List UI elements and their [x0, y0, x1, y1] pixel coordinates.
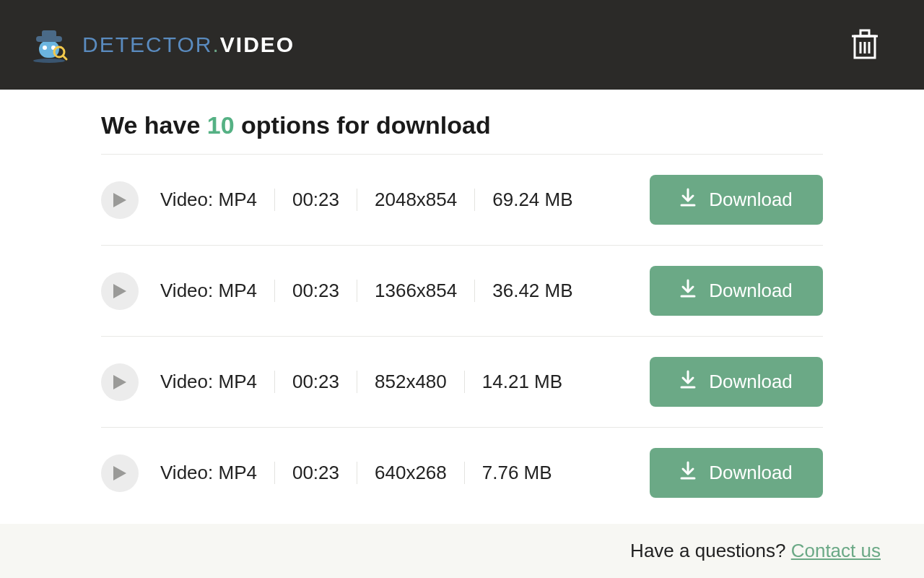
download-option-row: Video: MP400:23640x2687.76 MBDownload — [101, 427, 823, 518]
trash-icon[interactable] — [849, 26, 881, 64]
format-cell: Video: MP4 — [160, 462, 274, 484]
brand-part2: VIDEO — [220, 33, 295, 56]
app-header: DETECTOR.VIDEO — [0, 0, 924, 90]
download-button[interactable]: Download — [650, 448, 823, 498]
play-button[interactable] — [101, 454, 139, 492]
download-label: Download — [709, 280, 793, 302]
row-cells: Video: MP400:23640x2687.76 MB — [160, 462, 650, 484]
resolution-cell: 2048x854 — [357, 189, 474, 211]
play-icon — [113, 375, 126, 389]
download-label: Download — [709, 189, 793, 211]
download-icon — [680, 279, 696, 303]
footer: Have a questions? Contact us — [0, 524, 924, 578]
duration-cell: 00:23 — [274, 462, 357, 484]
download-option-row: Video: MP400:232048x85469.24 MBDownload — [101, 154, 823, 245]
detective-mascot-icon — [29, 23, 69, 66]
row-cells: Video: MP400:23852x48014.21 MB — [160, 371, 650, 393]
size-cell: 14.21 MB — [464, 371, 580, 393]
svg-point-4 — [43, 46, 47, 50]
resolution-cell: 852x480 — [357, 371, 464, 393]
brand-dot: . — [212, 33, 219, 56]
size-cell: 69.24 MB — [474, 189, 590, 211]
duration-cell: 00:23 — [274, 371, 357, 393]
duration-cell: 00:23 — [274, 280, 357, 302]
main-content: We have 10 options for download Video: M… — [0, 90, 924, 524]
format-cell: Video: MP4 — [160, 371, 274, 393]
svg-line-7 — [63, 56, 66, 59]
resolution-cell: 640x268 — [357, 462, 464, 484]
logo-text: DETECTOR.VIDEO — [82, 33, 295, 57]
duration-cell: 00:23 — [274, 189, 357, 211]
contact-us-link[interactable]: Contact us — [791, 540, 881, 561]
page-heading: We have 10 options for download — [101, 111, 823, 139]
play-icon — [113, 193, 126, 207]
footer-question: Have a questions? — [630, 540, 791, 561]
play-button[interactable] — [101, 363, 139, 401]
play-icon — [113, 466, 126, 480]
download-button[interactable]: Download — [650, 357, 823, 407]
download-options-list: Video: MP400:232048x85469.24 MBDownloadV… — [101, 154, 823, 518]
svg-rect-10 — [860, 30, 869, 36]
svg-marker-14 — [113, 193, 126, 207]
play-button[interactable] — [101, 272, 139, 310]
play-button[interactable] — [101, 181, 139, 219]
download-icon — [680, 370, 696, 394]
heading-prefix: We have — [101, 111, 207, 139]
resolution-cell: 1366x854 — [357, 280, 474, 302]
svg-point-0 — [33, 59, 65, 63]
row-cells: Video: MP400:231366x85436.42 MB — [160, 280, 650, 302]
play-icon — [113, 284, 126, 298]
brand-part1: DETECTOR — [82, 33, 212, 56]
download-option-row: Video: MP400:231366x85436.42 MBDownload — [101, 245, 823, 336]
svg-rect-3 — [42, 30, 56, 38]
download-button[interactable]: Download — [650, 266, 823, 316]
format-cell: Video: MP4 — [160, 280, 274, 302]
logo[interactable]: DETECTOR.VIDEO — [29, 23, 295, 66]
download-label: Download — [709, 371, 793, 393]
download-option-row: Video: MP400:23852x48014.21 MBDownload — [101, 336, 823, 427]
download-icon — [680, 188, 696, 212]
svg-marker-23 — [113, 466, 126, 480]
svg-marker-17 — [113, 284, 126, 298]
download-button[interactable]: Download — [650, 175, 823, 225]
svg-marker-20 — [113, 375, 126, 389]
format-cell: Video: MP4 — [160, 189, 274, 211]
download-icon — [680, 461, 696, 485]
size-cell: 7.76 MB — [464, 462, 570, 484]
row-cells: Video: MP400:232048x85469.24 MB — [160, 189, 650, 211]
download-label: Download — [709, 462, 793, 484]
heading-count: 10 — [207, 111, 235, 139]
heading-suffix: options for download — [235, 111, 491, 139]
size-cell: 36.42 MB — [474, 280, 590, 302]
